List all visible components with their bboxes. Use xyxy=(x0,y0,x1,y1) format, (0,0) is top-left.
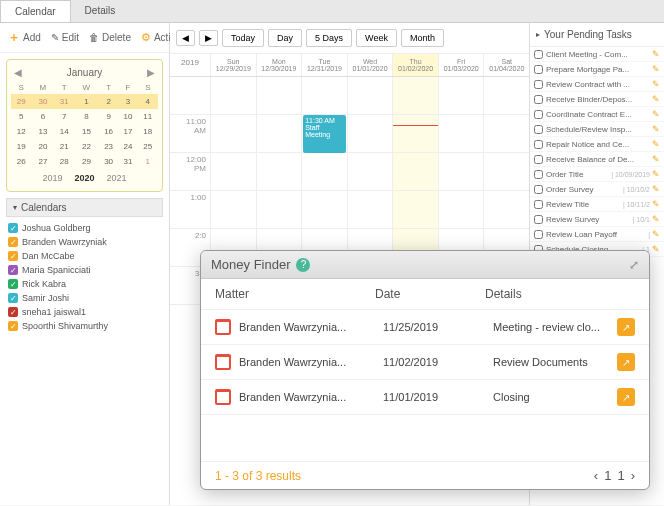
task-checkbox[interactable] xyxy=(534,155,543,164)
time-slot[interactable] xyxy=(301,153,347,190)
year-next[interactable]: 2021 xyxy=(107,173,127,183)
mini-cal-day[interactable]: 16 xyxy=(99,124,118,139)
time-slot[interactable]: 11:30 AMStaff Meeting xyxy=(301,115,347,152)
task-item[interactable]: Order Title| 10/09/2019✎ xyxy=(530,167,664,182)
today-button[interactable]: Today xyxy=(222,29,264,47)
time-slot[interactable] xyxy=(347,115,393,152)
time-slot[interactable] xyxy=(210,115,256,152)
month-view-button[interactable]: Month xyxy=(401,29,444,47)
task-checkbox[interactable] xyxy=(534,200,543,209)
mini-cal-day[interactable]: 30 xyxy=(99,154,118,169)
tab-details[interactable]: Details xyxy=(71,0,130,22)
mini-cal-day[interactable]: 30 xyxy=(31,94,54,109)
mini-cal-day[interactable]: 8 xyxy=(74,109,99,124)
mini-cal-day[interactable]: 4 xyxy=(138,94,158,109)
time-slot[interactable] xyxy=(392,153,438,190)
checkbox-icon[interactable]: ✓ xyxy=(8,321,18,331)
expand-icon[interactable]: ⤢ xyxy=(629,258,639,272)
task-checkbox[interactable] xyxy=(534,80,543,89)
time-slot[interactable] xyxy=(301,191,347,228)
checkbox-icon[interactable]: ✓ xyxy=(8,223,18,233)
day-header[interactable]: Sun 12/29/2019 xyxy=(210,54,256,76)
time-slot[interactable] xyxy=(301,77,347,114)
mini-cal-day[interactable]: 12 xyxy=(11,124,31,139)
open-icon[interactable]: ↗ xyxy=(617,318,635,336)
time-slot[interactable] xyxy=(210,77,256,114)
mini-cal-day[interactable]: 29 xyxy=(74,154,99,169)
task-checkbox[interactable] xyxy=(534,95,543,104)
open-icon[interactable]: ↗ xyxy=(617,353,635,371)
pencil-icon[interactable]: ✎ xyxy=(652,199,660,209)
task-item[interactable]: Receive Binder/Depos...✎ xyxy=(530,92,664,107)
open-icon[interactable]: ↗ xyxy=(617,388,635,406)
col-date[interactable]: Date xyxy=(375,287,485,301)
task-item[interactable]: Order Survey| 10/10/2✎ xyxy=(530,182,664,197)
time-slot[interactable] xyxy=(256,115,302,152)
mini-cal-day[interactable]: 7 xyxy=(54,109,73,124)
time-slot[interactable] xyxy=(392,77,438,114)
task-item[interactable]: Review Contract with ...✎ xyxy=(530,77,664,92)
time-slot[interactable] xyxy=(438,77,484,114)
pencil-icon[interactable]: ✎ xyxy=(652,49,660,59)
mini-cal-day[interactable]: 14 xyxy=(54,124,73,139)
pencil-icon[interactable]: ✎ xyxy=(652,154,660,164)
day-header[interactable]: Tue 12/31/2019 xyxy=(301,54,347,76)
year-prev[interactable]: 2019 xyxy=(42,173,62,183)
time-slot[interactable] xyxy=(392,115,438,152)
time-slot[interactable] xyxy=(483,77,529,114)
checkbox-icon[interactable]: ✓ xyxy=(8,307,18,317)
time-slot[interactable] xyxy=(483,153,529,190)
checkbox-icon[interactable]: ✓ xyxy=(8,237,18,247)
time-slot[interactable] xyxy=(256,191,302,228)
event-block[interactable]: 11:30 AMStaff Meeting xyxy=(303,115,346,153)
col-details[interactable]: Details xyxy=(485,287,635,301)
money-finder-row[interactable]: Branden Wawrzynia...11/02/2019Review Doc… xyxy=(201,345,649,380)
mini-cal-day[interactable]: 23 xyxy=(99,139,118,154)
task-checkbox[interactable] xyxy=(534,50,543,59)
task-checkbox[interactable] xyxy=(534,65,543,74)
task-item[interactable]: Prepare Mortgage Pa...✎ xyxy=(530,62,664,77)
mini-cal-day[interactable]: 3 xyxy=(118,94,137,109)
day-header[interactable]: Wed 01/01/2020 xyxy=(347,54,393,76)
week-view-button[interactable]: Week xyxy=(356,29,397,47)
mini-cal-day[interactable]: 22 xyxy=(74,139,99,154)
pager-prev-icon[interactable]: ‹ xyxy=(594,468,598,483)
money-finder-row[interactable]: Branden Wawrzynia...11/25/2019Meeting - … xyxy=(201,310,649,345)
mini-cal-day[interactable]: 2 xyxy=(99,94,118,109)
time-slot[interactable] xyxy=(347,77,393,114)
task-item[interactable]: Coordinate Contract E...✎ xyxy=(530,107,664,122)
prev-week-button[interactable]: ◀ xyxy=(176,30,195,46)
time-slot[interactable] xyxy=(483,115,529,152)
day-header[interactable]: Mon 12/30/2019 xyxy=(256,54,302,76)
pencil-icon[interactable]: ✎ xyxy=(652,244,660,254)
task-item[interactable]: Repair Notice and Ce...✎ xyxy=(530,137,664,152)
day-header[interactable]: Thu 01/02/2020 xyxy=(392,54,438,76)
mini-cal-day[interactable]: 29 xyxy=(11,94,31,109)
mini-cal-day[interactable]: 11 xyxy=(138,109,158,124)
pencil-icon[interactable]: ✎ xyxy=(652,124,660,134)
task-item[interactable]: Review Loan Payoff|✎ xyxy=(530,227,664,242)
calendars-header[interactable]: Calendars xyxy=(6,198,163,217)
task-checkbox[interactable] xyxy=(534,170,543,179)
mini-cal-day[interactable]: 28 xyxy=(54,154,73,169)
time-slot[interactable] xyxy=(438,115,484,152)
mini-cal-day[interactable]: 9 xyxy=(99,109,118,124)
time-slot[interactable] xyxy=(256,153,302,190)
task-item[interactable]: Schedule/Review Insp...✎ xyxy=(530,122,664,137)
mini-cal-day[interactable]: 19 xyxy=(11,139,31,154)
task-checkbox[interactable] xyxy=(534,185,543,194)
next-week-button[interactable]: ▶ xyxy=(199,30,218,46)
mini-cal-day[interactable]: 18 xyxy=(138,124,158,139)
pencil-icon[interactable]: ✎ xyxy=(652,214,660,224)
time-slot[interactable] xyxy=(210,191,256,228)
mini-cal-day[interactable]: 31 xyxy=(54,94,73,109)
pencil-icon[interactable]: ✎ xyxy=(652,79,660,89)
tasks-header[interactable]: Your Pending Tasks xyxy=(530,23,664,47)
pencil-icon[interactable]: ✎ xyxy=(652,184,660,194)
pencil-icon[interactable]: ✎ xyxy=(652,229,660,239)
task-checkbox[interactable] xyxy=(534,110,543,119)
time-slot[interactable] xyxy=(438,153,484,190)
time-slot[interactable] xyxy=(256,77,302,114)
mini-cal-day[interactable]: 21 xyxy=(54,139,73,154)
mini-cal-day[interactable]: 6 xyxy=(31,109,54,124)
